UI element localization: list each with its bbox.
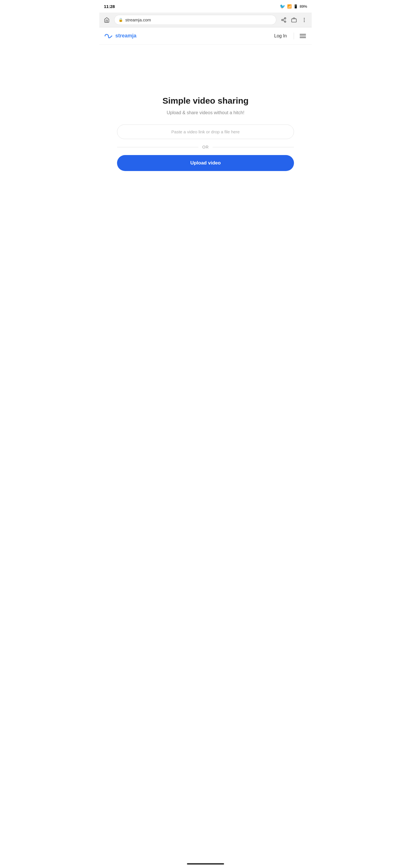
login-button[interactable]: Log In bbox=[272, 32, 289, 40]
lock-icon: 🔒 bbox=[119, 18, 123, 22]
or-divider: OR bbox=[117, 145, 294, 149]
tabs-button[interactable] bbox=[289, 16, 298, 25]
share-button[interactable] bbox=[279, 16, 288, 25]
or-line-right bbox=[213, 147, 294, 147]
browser-chrome: 🔒 streamja.com bbox=[99, 12, 312, 27]
or-text: OR bbox=[202, 145, 209, 149]
svg-point-0 bbox=[285, 18, 286, 19]
browser-toolbar: 🔒 streamja.com bbox=[99, 12, 312, 27]
svg-line-4 bbox=[283, 19, 285, 20]
video-url-input[interactable] bbox=[117, 124, 294, 139]
logo-icon bbox=[104, 31, 113, 40]
svg-point-6 bbox=[304, 18, 305, 19]
wifi-icon: 📶 bbox=[287, 4, 292, 8]
battery-text: 89% bbox=[300, 4, 307, 8]
menu-line-3 bbox=[300, 37, 306, 38]
bottom-nav-indicator bbox=[187, 863, 224, 865]
hero-subtitle: Upload & share videos without a hitch! bbox=[167, 110, 244, 115]
nav-divider bbox=[294, 33, 294, 39]
status-bar: 11:28 🐦 📶 📱 89% bbox=[99, 0, 312, 12]
twitter-icon: 🐦 bbox=[280, 4, 285, 9]
hamburger-menu-button[interactable] bbox=[298, 33, 307, 39]
more-button[interactable] bbox=[300, 16, 309, 25]
menu-line-1 bbox=[300, 34, 306, 35]
url-input-container bbox=[117, 124, 294, 139]
svg-point-2 bbox=[285, 21, 286, 22]
app-header: streamja Log In bbox=[99, 27, 312, 44]
logo-container[interactable]: streamja bbox=[104, 31, 136, 40]
svg-point-1 bbox=[282, 19, 283, 21]
bottom-spacer bbox=[99, 216, 312, 359]
svg-point-8 bbox=[304, 22, 305, 22]
logo-text: streamja bbox=[115, 33, 136, 39]
svg-rect-5 bbox=[292, 19, 296, 22]
address-bar[interactable]: 🔒 streamja.com bbox=[114, 15, 276, 25]
status-icons: 🐦 📶 📱 89% bbox=[280, 4, 307, 9]
signal-icon: 📱 bbox=[293, 4, 298, 8]
main-content: Simple video sharing Upload & share vide… bbox=[99, 44, 312, 216]
nav-actions: Log In bbox=[272, 32, 307, 40]
upload-video-button[interactable]: Upload video bbox=[117, 155, 294, 171]
menu-line-2 bbox=[300, 36, 306, 36]
or-line-left bbox=[117, 147, 198, 147]
hero-title: Simple video sharing bbox=[162, 95, 249, 106]
browser-actions bbox=[279, 16, 309, 25]
url-text: streamja.com bbox=[125, 18, 272, 22]
status-time: 11:28 bbox=[104, 4, 115, 9]
home-button[interactable] bbox=[102, 16, 111, 25]
svg-line-3 bbox=[283, 20, 285, 21]
svg-point-7 bbox=[304, 20, 305, 20]
